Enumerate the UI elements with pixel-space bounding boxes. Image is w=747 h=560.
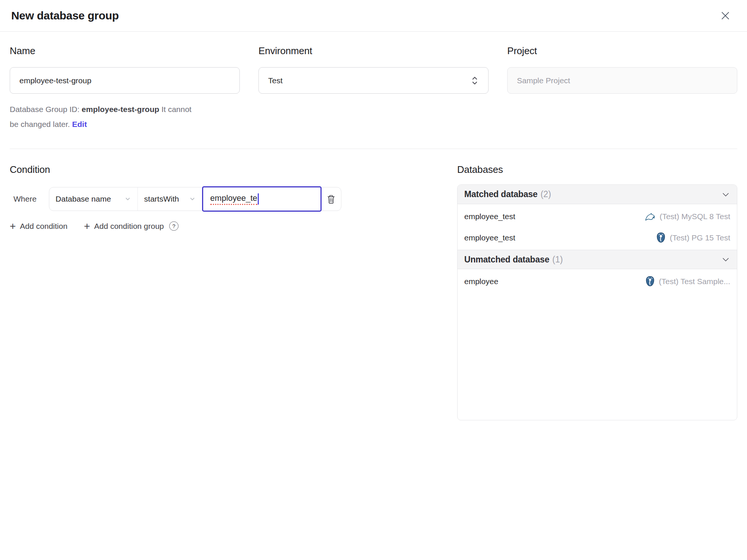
close-button[interactable] [717, 7, 734, 24]
unmatched-database-label: Unmatched database [464, 255, 549, 264]
environment-label: Environment [258, 45, 489, 57]
plus-icon: + [10, 222, 16, 230]
postgres-icon [645, 276, 655, 287]
condition-heading: Condition [10, 164, 457, 175]
mysql-icon [645, 212, 656, 221]
database-instance: (Test) MySQL 8 Test [645, 212, 730, 221]
databases-panel: Matched database(2) employee_test [457, 184, 737, 420]
trash-icon [326, 194, 336, 205]
condition-operator-value: startsWith [144, 195, 179, 203]
matched-database-label: Matched database [464, 189, 537, 199]
database-instance-label: (Test) MySQL 8 Test [660, 212, 730, 221]
unmatched-database-header[interactable]: Unmatched database(1) [458, 250, 737, 269]
environment-select[interactable]: Test [258, 67, 489, 94]
name-field-group: Name employee-test-group Database Group … [10, 45, 240, 132]
chevron-down-icon [721, 190, 730, 199]
condition-value-input[interactable]: employee_te [202, 186, 322, 212]
matched-database-rows: employee_test (Test) MySQL 8 Test employ… [458, 204, 737, 250]
dialog-header: New database group [0, 0, 747, 32]
condition-section: Condition Where Database name startsWith [10, 149, 457, 231]
condition-field-select[interactable]: Database name [49, 187, 138, 211]
unmatched-database-count: (1) [552, 255, 563, 264]
database-instance: (Test) Test Sample... [645, 276, 730, 287]
database-instance-label: (Test) PG 15 Test [670, 233, 730, 242]
selector-updown-icon [471, 75, 479, 86]
name-input-value: employee-test-group [19, 76, 92, 85]
add-condition-group-label: Add condition group [94, 222, 164, 231]
chevron-down-icon [189, 196, 196, 202]
environment-field-group: Environment Test [258, 45, 489, 132]
project-field-group: Project Sample Project [507, 45, 737, 132]
database-row: employee_test (Test) MySQL 8 Test [458, 206, 737, 227]
condition-row: Where Database name startsWith [10, 187, 457, 211]
name-input[interactable]: employee-test-group [10, 67, 240, 94]
condition-field-value: Database name [56, 195, 111, 203]
where-label: Where [13, 195, 37, 203]
database-instance: (Test) PG 15 Test [656, 232, 730, 243]
form-grid: Name employee-test-group Database Group … [10, 45, 737, 132]
postgres-icon [656, 232, 666, 243]
databases-section: Databases Matched database(2) employee_t… [457, 149, 737, 420]
database-row: employee_test (Test) PG 15 Test [458, 227, 737, 248]
database-name: employee_test [464, 233, 515, 242]
group-id-value: employee-test-group [82, 105, 159, 113]
project-input: Sample Project [507, 67, 737, 94]
add-condition-button[interactable]: + Add condition [10, 222, 68, 231]
condition-operator-select[interactable]: startsWith [138, 187, 202, 211]
matched-database-count: (2) [540, 189, 551, 199]
database-name: employee [464, 277, 498, 286]
condition-actions: + Add condition + Add condition group ? [10, 221, 457, 231]
lower-area: Condition Where Database name startsWith [10, 149, 737, 420]
database-row: employee (Test) Test Sample... [458, 271, 737, 292]
plus-icon: + [84, 222, 90, 230]
delete-condition-button[interactable] [322, 187, 341, 211]
add-condition-group-button[interactable]: + Add condition group [84, 222, 164, 231]
group-id-hint: Database Group ID: employee-test-group I… [10, 102, 198, 132]
chevron-down-icon [124, 196, 131, 202]
dialog-title: New database group [11, 9, 119, 22]
project-input-value: Sample Project [517, 76, 570, 85]
text-cursor [258, 193, 259, 205]
matched-database-header[interactable]: Matched database(2) [458, 185, 737, 204]
database-instance-label: (Test) Test Sample... [659, 277, 730, 286]
databases-heading: Databases [457, 164, 737, 175]
condition-value-text: employee_te [210, 193, 257, 205]
group-id-hint-prefix: Database Group ID: [10, 105, 82, 113]
name-label: Name [10, 45, 240, 57]
unmatched-database-rows: employee (Test) Test Sample... [458, 269, 737, 293]
condition-group: Database name startsWith [49, 187, 341, 211]
database-name: employee_test [464, 212, 515, 221]
edit-id-link[interactable]: Edit [72, 120, 87, 128]
help-icon[interactable]: ? [169, 221, 179, 231]
environment-select-value: Test [268, 76, 283, 85]
add-condition-label: Add condition [20, 222, 67, 231]
close-icon [719, 10, 731, 22]
chevron-down-icon [721, 255, 730, 264]
project-label: Project [507, 45, 737, 57]
